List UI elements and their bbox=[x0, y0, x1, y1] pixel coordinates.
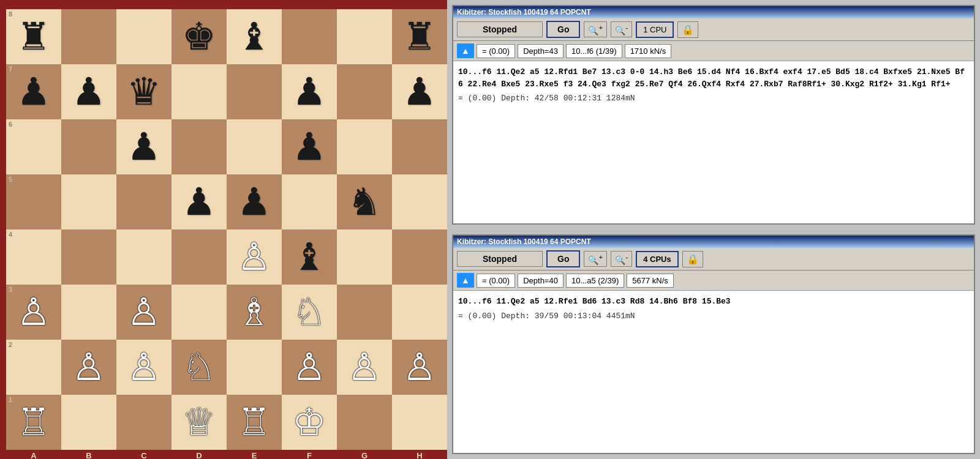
square-b2[interactable]: ♙ bbox=[61, 340, 116, 395]
square-g7[interactable] bbox=[337, 64, 392, 119]
square-c1[interactable] bbox=[116, 395, 172, 450]
rank-label-6: 6 bbox=[9, 121, 12, 128]
piece-br-a8: ♜ bbox=[17, 18, 51, 56]
piece-bp-a7: ♟ bbox=[17, 73, 51, 111]
file-label-f: F bbox=[282, 450, 337, 459]
arrow-up-icon-1: ▲ bbox=[461, 46, 470, 56]
arrow-up-button-1[interactable]: ▲ bbox=[457, 43, 474, 58]
square-f3[interactable]: ♘ bbox=[282, 285, 337, 340]
square-h1[interactable] bbox=[392, 395, 447, 450]
square-b8[interactable] bbox=[61, 9, 116, 64]
square-f7[interactable]: ♟ bbox=[282, 64, 337, 119]
square-b3[interactable] bbox=[61, 285, 116, 340]
square-f2[interactable]: ♙ bbox=[282, 340, 337, 395]
square-h5[interactable] bbox=[392, 174, 447, 230]
square-b1[interactable] bbox=[61, 395, 116, 450]
square-a4[interactable]: 4 bbox=[6, 230, 61, 285]
square-b7[interactable]: ♟ bbox=[61, 64, 116, 119]
zoom-in-button-2[interactable]: 🔍+ bbox=[584, 251, 607, 267]
square-h3[interactable] bbox=[392, 285, 447, 340]
square-d1[interactable]: ♕ bbox=[172, 395, 227, 450]
lock-icon-2: 🔒 bbox=[687, 254, 699, 264]
piece-wq-d1: ♕ bbox=[182, 403, 216, 441]
square-f4[interactable]: ♝ bbox=[282, 230, 337, 285]
rank-label-2: 2 bbox=[9, 341, 12, 348]
square-g5[interactable]: ♞ bbox=[337, 174, 392, 230]
square-f6[interactable]: ♟ bbox=[282, 119, 337, 174]
square-c5[interactable] bbox=[116, 174, 172, 230]
kibitzer-info-row-1: ▲ = (0.00) Depth=43 10...f6 (1/39) 1710 … bbox=[453, 41, 974, 61]
square-e8[interactable]: ♝ bbox=[227, 9, 282, 64]
square-e5[interactable]: ♟ bbox=[227, 174, 282, 230]
square-d8[interactable]: ♚ bbox=[172, 9, 227, 64]
square-b6[interactable] bbox=[61, 119, 116, 174]
lock-icon-1: 🔒 bbox=[682, 24, 694, 35]
square-h7[interactable]: ♟ bbox=[392, 64, 447, 119]
chess-section: ♜8♚♝♜♟7♟♛♟♟6♟♟5♟♟♞4♙♝♙3♙♗♘2♙♙♘♙♙♙♖1♕♖♔ A… bbox=[0, 0, 447, 459]
square-c2[interactable]: ♙ bbox=[116, 340, 172, 395]
square-c4[interactable] bbox=[116, 230, 172, 285]
zoom-in-button-1[interactable]: 🔍+ bbox=[584, 21, 607, 37]
kibitzer-status-2: Stopped bbox=[457, 251, 543, 267]
square-h2[interactable]: ♙ bbox=[392, 340, 447, 395]
square-f8[interactable] bbox=[282, 9, 337, 64]
zoom-out-button-2[interactable]: 🔍- bbox=[611, 251, 632, 267]
kibitzer-panel-1: Kibitzer: Stockfish 100419 64 POPCNT Sto… bbox=[452, 5, 975, 225]
go-button-2[interactable]: Go bbox=[546, 250, 580, 267]
go-button-1[interactable]: Go bbox=[546, 21, 580, 38]
square-d4[interactable] bbox=[172, 230, 227, 285]
square-h6[interactable] bbox=[392, 119, 447, 174]
square-d6[interactable] bbox=[172, 119, 227, 174]
square-a3[interactable]: ♙3 bbox=[6, 285, 61, 340]
square-e4[interactable]: ♙ bbox=[227, 230, 282, 285]
square-d3[interactable] bbox=[172, 285, 227, 340]
square-e3[interactable]: ♗ bbox=[227, 285, 282, 340]
square-e1[interactable]: ♖ bbox=[227, 395, 282, 450]
square-d5[interactable]: ♟ bbox=[172, 174, 227, 230]
square-g1[interactable] bbox=[337, 395, 392, 450]
square-g6[interactable] bbox=[337, 119, 392, 174]
square-c3[interactable]: ♙ bbox=[116, 285, 172, 340]
square-g2[interactable]: ♙ bbox=[337, 340, 392, 395]
board-container: ♜8♚♝♜♟7♟♛♟♟6♟♟5♟♟♞4♙♝♙3♙♗♘2♙♙♘♙♙♙♖1♕♖♔ A… bbox=[6, 9, 447, 450]
cpu-button-1[interactable]: 1 CPU bbox=[636, 21, 674, 38]
arrow-up-button-2[interactable]: ▲ bbox=[457, 273, 474, 288]
square-d7[interactable] bbox=[172, 64, 227, 119]
square-c8[interactable] bbox=[116, 9, 172, 64]
square-h4[interactable] bbox=[392, 230, 447, 285]
square-c6[interactable]: ♟ bbox=[116, 119, 172, 174]
square-g3[interactable] bbox=[337, 285, 392, 340]
square-a7[interactable]: ♟7 bbox=[6, 64, 61, 119]
square-g8[interactable] bbox=[337, 9, 392, 64]
square-f5[interactable] bbox=[282, 174, 337, 230]
lock-button-1[interactable]: 🔒 bbox=[677, 21, 698, 38]
square-f1[interactable]: ♔ bbox=[282, 395, 337, 450]
square-a2[interactable]: 2 bbox=[6, 340, 61, 395]
analysis-moves-1: 10...f6 11.Qe2 a5 12.Rfd1 Be7 13.c3 0-0 … bbox=[458, 66, 969, 90]
file-label-b: B bbox=[61, 450, 116, 459]
square-e7[interactable] bbox=[227, 64, 282, 119]
piece-wb-e3: ♗ bbox=[237, 293, 271, 331]
square-a6[interactable]: 6 bbox=[6, 119, 61, 174]
square-d2[interactable]: ♘ bbox=[172, 340, 227, 395]
square-a1[interactable]: ♖1 bbox=[6, 395, 61, 450]
square-b5[interactable] bbox=[61, 174, 116, 230]
cpu-button-2[interactable]: 4 CPUs bbox=[636, 251, 679, 267]
zoom-in-icon-2: 🔍+ bbox=[588, 253, 603, 265]
piece-bp-e5: ♟ bbox=[237, 183, 271, 221]
chessboard: ♜8♚♝♜♟7♟♛♟♟6♟♟5♟♟♞4♙♝♙3♙♗♘2♙♙♘♙♙♙♖1♕♖♔ bbox=[6, 9, 447, 450]
square-e6[interactable] bbox=[227, 119, 282, 174]
square-c7[interactable]: ♛ bbox=[116, 64, 172, 119]
piece-wn-f3: ♘ bbox=[292, 293, 326, 331]
kibitzer-info-row-2: ▲ = (0.00) Depth=40 10...a5 (2/39) 5677 … bbox=[453, 271, 974, 291]
square-h8[interactable]: ♜ bbox=[392, 9, 447, 64]
piece-wk-f1: ♔ bbox=[292, 403, 326, 441]
lock-button-2[interactable]: 🔒 bbox=[682, 251, 703, 267]
square-a5[interactable]: 5 bbox=[6, 174, 61, 230]
square-b4[interactable] bbox=[61, 230, 116, 285]
piece-wp-g2: ♙ bbox=[347, 348, 382, 386]
zoom-out-button-1[interactable]: 🔍- bbox=[611, 21, 632, 37]
square-e2[interactable] bbox=[227, 340, 282, 395]
square-g4[interactable] bbox=[337, 230, 392, 285]
square-a8[interactable]: ♜8 bbox=[6, 9, 61, 64]
